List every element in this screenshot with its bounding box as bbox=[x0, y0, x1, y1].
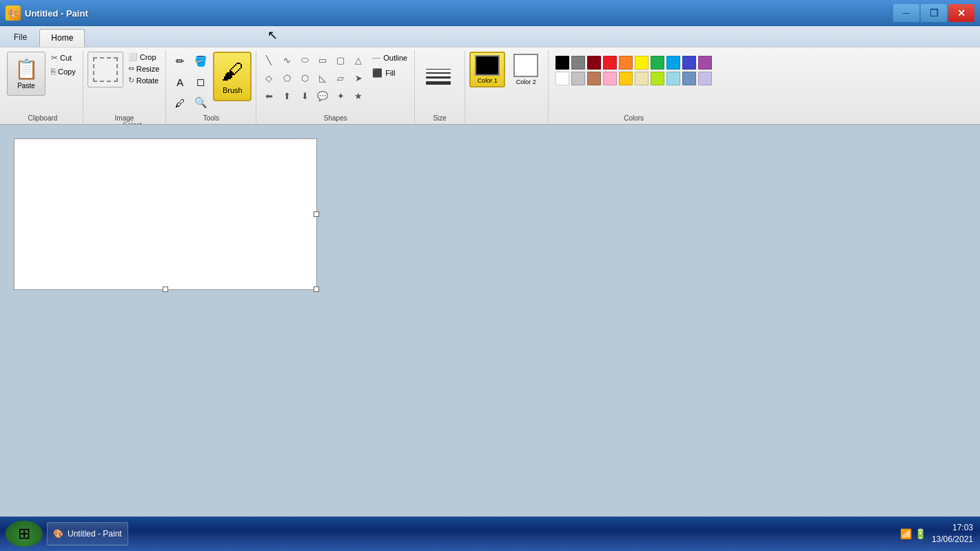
triangle-shape[interactable]: △ bbox=[350, 52, 367, 68]
arrow-down-shape[interactable]: ⬇ bbox=[296, 87, 313, 104]
copy-label: Copy bbox=[58, 67, 76, 76]
copy-button[interactable]: ⎘ Copy bbox=[48, 65, 79, 78]
handle-bottom-right[interactable] bbox=[314, 287, 319, 292]
color-cell-1-0[interactable] bbox=[555, 72, 569, 85]
paste-button[interactable]: 📋 Paste bbox=[7, 52, 45, 96]
diamond-shape[interactable]: ◇ bbox=[261, 70, 277, 86]
hexagon-shape[interactable]: ⬡ bbox=[296, 70, 313, 86]
star5-shape[interactable]: ★ bbox=[350, 87, 367, 104]
color2-swatch[interactable]: Color 2 bbox=[508, 52, 544, 87]
fill-label: Fill bbox=[385, 69, 395, 77]
colors-palette-label: Colors bbox=[553, 112, 715, 124]
callout-shape[interactable]: 💬 bbox=[314, 87, 331, 104]
color-cell-1-2[interactable] bbox=[587, 72, 601, 85]
pencil-tool[interactable]: ✏ bbox=[170, 52, 190, 71]
size-lines bbox=[426, 69, 453, 85]
oval-shape[interactable]: ⬭ bbox=[296, 52, 313, 68]
select-dashed-box bbox=[93, 57, 118, 82]
window-title: Untitled - Paint bbox=[25, 8, 889, 19]
right-triangle-shape[interactable]: ◺ bbox=[314, 70, 331, 86]
color-cell-1-4[interactable] bbox=[619, 72, 633, 85]
ribbon-group-image: ⬜ Crop ⇔ Resize ↻ Rotate Select bbox=[83, 50, 167, 124]
magnifier-tool[interactable]: 🔍 bbox=[191, 93, 210, 112]
color-cell-0-5[interactable] bbox=[635, 56, 649, 70]
fill-color-button[interactable]: ⬛ Fill bbox=[369, 67, 410, 79]
color-cell-1-8[interactable] bbox=[682, 72, 696, 85]
time-display: 17:03 bbox=[932, 522, 973, 534]
app-icon: 🎨 bbox=[6, 6, 21, 21]
canvas-area[interactable] bbox=[0, 125, 980, 517]
tab-home[interactable]: Home bbox=[39, 29, 85, 47]
color-cell-1-5[interactable] bbox=[635, 72, 649, 85]
color-cell-0-8[interactable] bbox=[682, 56, 696, 70]
colors-palette bbox=[553, 52, 715, 90]
size-label: Size bbox=[419, 112, 460, 124]
arrow-up-shape[interactable]: ⬆ bbox=[278, 87, 295, 104]
cut-icon: ✂ bbox=[51, 53, 58, 63]
color-row-1 bbox=[555, 72, 712, 85]
color-palette-area bbox=[553, 52, 715, 112]
handle-right[interactable] bbox=[314, 211, 319, 217]
text-tool[interactable]: A bbox=[170, 72, 190, 92]
select-button[interactable] bbox=[88, 52, 123, 87]
outline-label: Outline bbox=[383, 54, 407, 62]
color1-swatch[interactable]: Color 1 bbox=[469, 52, 505, 87]
drawing-canvas[interactable] bbox=[14, 138, 317, 290]
brush-button[interactable]: 🖌 Brush bbox=[213, 52, 252, 101]
star4-shape[interactable]: ✦ bbox=[332, 87, 349, 104]
paste-icon: 📋 bbox=[14, 58, 39, 81]
taskbar-app-paint[interactable]: 🎨 Untitled - Paint bbox=[47, 522, 128, 545]
tab-file[interactable]: File bbox=[3, 29, 38, 47]
image-controls: ⬜ Crop ⇔ Resize ↻ Rotate Select bbox=[88, 52, 162, 112]
color1-box bbox=[475, 55, 500, 76]
copy-icon: ⎘ bbox=[51, 67, 56, 76]
taskbar: ⊞ 🎨 Untitled - Paint 📶 🔋 17:03 13/06/202… bbox=[0, 517, 980, 551]
taskbar-right: 📶 🔋 17:03 13/06/2021 bbox=[900, 517, 973, 551]
crop-icon: ⬜ bbox=[128, 52, 138, 61]
restore-button[interactable]: ❐ bbox=[921, 4, 947, 22]
eraser-tool[interactable]: ◻ bbox=[191, 72, 210, 92]
size-controls bbox=[419, 52, 460, 112]
color-cell-0-2[interactable] bbox=[587, 56, 601, 70]
ribbon-group-clipboard: 📋 Paste ✂ Cut ⎘ Copy bbox=[3, 50, 83, 124]
title-bar: 🎨 Untitled - Paint ─ ❐ ✕ bbox=[0, 0, 980, 26]
color-cell-1-6[interactable] bbox=[651, 72, 664, 85]
arrow-left-shape[interactable]: ⬅ bbox=[261, 87, 277, 104]
color-cell-1-3[interactable] bbox=[603, 72, 617, 85]
resize-button[interactable]: ⇔ Resize bbox=[126, 63, 162, 74]
color-picker-tool[interactable]: 🖊 bbox=[170, 93, 190, 112]
close-button[interactable]: ✕ bbox=[948, 4, 974, 22]
color-cell-0-3[interactable] bbox=[603, 56, 617, 70]
color-cell-0-4[interactable] bbox=[619, 56, 633, 70]
crop-button[interactable]: ⬜ Crop bbox=[126, 52, 162, 62]
brush-icon: 🖌 bbox=[221, 59, 243, 85]
color-cell-0-6[interactable] bbox=[651, 56, 664, 70]
size-line-medium bbox=[426, 72, 451, 74]
color-cell-1-9[interactable] bbox=[698, 72, 712, 85]
taskbar-system-icons: 📶 🔋 bbox=[900, 528, 926, 539]
tab-bar: File Home bbox=[0, 26, 980, 47]
rotate-button[interactable]: ↻ Rotate bbox=[126, 75, 162, 85]
start-button[interactable]: ⊞ bbox=[6, 521, 43, 547]
color-cell-1-7[interactable] bbox=[666, 72, 680, 85]
fill-tool[interactable]: 🪣 bbox=[191, 52, 210, 71]
color-cell-1-1[interactable] bbox=[571, 72, 585, 85]
color-cell-0-7[interactable] bbox=[666, 56, 680, 70]
parallelogram-shape[interactable]: ▱ bbox=[332, 70, 349, 86]
color-cell-0-0[interactable] bbox=[555, 56, 569, 70]
shapes-grid: ╲ ∿ ⬭ ▭ ▢ △ ◇ ⬠ ⬡ ◺ ▱ ➤ ⬅ bbox=[261, 52, 367, 104]
rect-shape[interactable]: ▭ bbox=[314, 52, 331, 68]
handle-bottom[interactable] bbox=[163, 287, 168, 292]
outline-button[interactable]: — Outline bbox=[369, 52, 410, 64]
rounded-rect-shape[interactable]: ▢ bbox=[332, 52, 349, 68]
line-shape[interactable]: ╲ bbox=[261, 52, 277, 68]
pentagon-shape[interactable]: ⬠ bbox=[278, 70, 295, 86]
size-selector[interactable] bbox=[419, 52, 460, 101]
color-cell-0-1[interactable] bbox=[571, 56, 585, 70]
color-cell-0-9[interactable] bbox=[698, 56, 712, 70]
ribbon-group-shapes: ╲ ∿ ⬭ ▭ ▢ △ ◇ ⬠ ⬡ ◺ ▱ ➤ ⬅ bbox=[256, 50, 415, 124]
curve-shape[interactable]: ∿ bbox=[278, 52, 295, 68]
arrow-right-shape[interactable]: ➤ bbox=[350, 70, 367, 86]
cut-button[interactable]: ✂ Cut bbox=[48, 52, 79, 64]
minimize-button[interactable]: ─ bbox=[893, 4, 919, 22]
